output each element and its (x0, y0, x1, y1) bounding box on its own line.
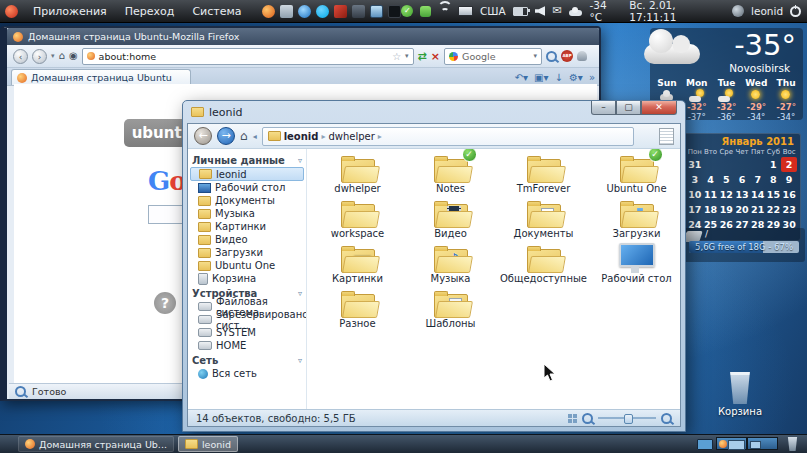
wifi-icon[interactable] (438, 6, 451, 16)
calendar-day[interactable]: 12 (718, 187, 734, 202)
collapse-chevron-icon[interactable]: ▿ (298, 156, 302, 165)
taskbar-task[interactable]: leonid (178, 436, 238, 452)
power-icon[interactable] (790, 6, 801, 17)
folder-item[interactable]: workspace (311, 198, 404, 243)
calendar-day[interactable]: 16 (781, 187, 797, 202)
browser-icon[interactable]: ◉ (69, 49, 78, 63)
help-icon[interactable]: ? (154, 292, 176, 314)
zoom-in-icon[interactable] (661, 413, 672, 424)
stop-button[interactable]: × (431, 50, 440, 63)
user-avatar[interactable] (732, 5, 744, 17)
zoom-out-icon[interactable] (582, 413, 593, 424)
breadcrumb-item[interactable]: dwhelper (328, 131, 374, 142)
sidebar-item[interactable]: Ubuntu One (190, 259, 304, 272)
collapse-chevron-icon[interactable]: ▿ (298, 356, 302, 365)
maximize-button[interactable]: ▢ (616, 101, 641, 115)
calendar-day[interactable]: 17 (687, 202, 703, 217)
menu-applications[interactable]: Приложения (24, 5, 116, 18)
workspace-1[interactable] (716, 437, 747, 450)
url-dropdown-icon[interactable]: ▾ (405, 52, 409, 60)
calendar-day[interactable]: 2 (781, 157, 797, 172)
ubuntuone-sync-icon[interactable]: ✓ (401, 5, 413, 17)
zoom-slider[interactable] (598, 417, 656, 419)
calendar-day[interactable]: 1 (766, 157, 782, 172)
view-grid-icon[interactable] (568, 414, 577, 423)
screen-launcher-icon[interactable] (388, 5, 401, 18)
places-launcher-icon[interactable] (280, 5, 293, 18)
sidebar-item[interactable]: HOME (190, 339, 304, 352)
calendar-day[interactable]: 23 (781, 202, 797, 217)
overflow-icon[interactable]: » (589, 72, 595, 83)
calendar-day[interactable]: 9 (781, 172, 797, 187)
calendar-day[interactable] (734, 157, 750, 172)
home-button[interactable]: ⌂ (59, 49, 65, 63)
folder-item[interactable]: Разное (311, 288, 404, 333)
skype-launcher-icon[interactable] (316, 5, 329, 18)
breadcrumb-item[interactable]: leonid (284, 131, 319, 142)
extension-icon[interactable] (577, 51, 587, 61)
calendar-day[interactable]: 19 (718, 202, 734, 217)
sidebar-item[interactable]: leonid (190, 167, 304, 181)
notes-icon[interactable] (659, 128, 674, 145)
calendar-day[interactable] (750, 157, 766, 172)
sidebar-item[interactable]: Документы (190, 194, 304, 207)
crumb-scroll-icon[interactable]: ◂ (253, 132, 257, 141)
workspace-2[interactable] (747, 437, 778, 450)
calendar-day[interactable]: 22 (766, 202, 782, 217)
folder-item[interactable]: Общедоступные (497, 243, 590, 288)
calendar-day[interactable]: 6 (734, 172, 750, 187)
show-desktop-button[interactable] (697, 439, 713, 450)
downloads-icon[interactable]: ↓ (555, 72, 563, 83)
fm-forward-button[interactable]: → (217, 127, 235, 145)
folder-item[interactable]: ♪Музыка (404, 243, 497, 288)
sidebar-item[interactable]: Картинки (190, 220, 304, 233)
sidebar-item[interactable]: Корзина (190, 272, 304, 285)
sidebar-item[interactable]: Загрузки (190, 246, 304, 259)
workspace-switcher[interactable] (716, 437, 778, 450)
menu-places[interactable]: Переход (116, 5, 184, 18)
keyboard-layout-label[interactable]: США (480, 5, 506, 17)
calendar-day[interactable]: 18 (703, 202, 719, 217)
sidebar-item[interactable]: Видео (190, 233, 304, 246)
sidebar-item[interactable]: Музыка (190, 207, 304, 220)
calendar-day[interactable]: 14 (750, 187, 766, 202)
url-bar[interactable]: about:home ☆ ▾ (82, 48, 414, 65)
search-box[interactable]: Google ▾ (444, 48, 542, 65)
distro-logo-icon[interactable] (5, 5, 18, 18)
sidebar-item[interactable]: Рабочий стол (190, 181, 304, 194)
calendar-day[interactable]: 7 (750, 172, 766, 187)
breadcrumb[interactable]: leonid▸dwhelper▸ (262, 127, 634, 146)
fm-back-button[interactable]: ← (194, 127, 212, 145)
apps-launcher-icon[interactable] (352, 5, 365, 18)
adblock-icon[interactable]: ABP (561, 50, 573, 62)
sync-arrows-icon[interactable]: ⇄ (418, 50, 427, 63)
calendar-day[interactable]: 11 (703, 187, 719, 202)
calendar-day[interactable]: 3 (687, 172, 703, 187)
folder-item[interactable]: Документы (497, 198, 590, 243)
panel-icon[interactable]: ▣▾ (534, 72, 548, 83)
forward-button[interactable]: › (32, 49, 47, 64)
close-button[interactable]: ✕ (641, 101, 677, 115)
calendar-day[interactable] (718, 157, 734, 172)
tools-launcher-icon[interactable] (334, 5, 347, 18)
taskbar-task[interactable]: Домашняя страница Ub... (18, 436, 174, 452)
display-launcher-icon[interactable] (370, 5, 383, 18)
web-launcher-icon[interactable] (298, 5, 311, 18)
calendar-day[interactable]: 4 (703, 172, 719, 187)
history-dropdown-icon[interactable]: ▾ (51, 52, 55, 60)
folder-item[interactable]: Шаблоны (404, 288, 497, 333)
taskbar-trash-icon[interactable] (787, 437, 798, 451)
calendar-day[interactable]: 15 (766, 187, 782, 202)
calendar-day[interactable]: 5 (718, 172, 734, 187)
tray-temperature[interactable]: -34 °C (590, 0, 623, 23)
calendar-day[interactable]: 8 (766, 172, 782, 187)
search-engine-dropdown-icon[interactable]: ▾ (534, 52, 538, 60)
folder-item[interactable]: dwhelper (311, 153, 404, 198)
desktop-trash[interactable]: Корзина (705, 372, 775, 417)
messenger-icon[interactable] (420, 6, 431, 17)
weather-tray-icon[interactable] (569, 7, 583, 16)
folder-item[interactable]: ✓Notes (404, 153, 497, 198)
firefox-titlebar[interactable]: Домашняя страница Ubuntu-Mozilla Firefox (7, 28, 599, 45)
folder-item[interactable]: TmForever (497, 153, 590, 198)
sidebar-item[interactable]: Вся сеть (190, 367, 304, 380)
